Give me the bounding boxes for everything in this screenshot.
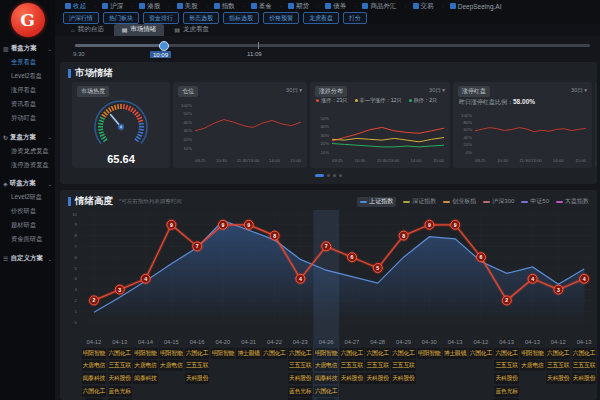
quick-button-1[interactable]: 热门板块 <box>103 12 139 24</box>
stock-item[interactable]: 闻泰科技 <box>314 373 338 384</box>
stock-item[interactable]: 天科股份 <box>391 373 415 384</box>
quick-button-2[interactable]: 资金排行 <box>143 12 179 24</box>
stock-item[interactable]: 六国化工 <box>288 348 312 359</box>
stock-item[interactable]: 博士眼镜 <box>236 348 260 359</box>
sidebar-item[interactable]: Level2看盘 <box>0 69 55 83</box>
stock-item[interactable]: 大唐电信 <box>314 360 338 371</box>
menu-item-6[interactable]: 期货 <box>276 2 313 11</box>
stock-item[interactable]: 三五互联 <box>288 360 312 371</box>
stock-item[interactable]: 三五互联 <box>494 360 518 371</box>
stock-item[interactable]: 三五互联 <box>546 360 570 371</box>
stock-item[interactable]: 博士眼镜 <box>443 348 467 359</box>
menu-item-3[interactable]: 美股 <box>164 2 201 11</box>
stock-item[interactable]: 闻泰科技 <box>82 373 106 384</box>
legend-item[interactable]: 上证指数 <box>357 197 396 207</box>
stock-item[interactable]: 天科股份 <box>572 373 596 384</box>
slider-handle[interactable] <box>159 41 169 51</box>
stock-item[interactable]: 六国化工 <box>546 348 570 359</box>
sidebar-item[interactable]: 全景看盘 <box>0 55 55 69</box>
stock-item[interactable]: 明阳智能 <box>417 348 441 359</box>
stock-item[interactable]: 明阳智能 <box>211 348 235 359</box>
stock-item[interactable]: 明阳智能 <box>159 348 183 359</box>
menu-item-7[interactable]: 债券 <box>313 2 350 11</box>
stock-item[interactable]: 六国化工 <box>340 348 364 359</box>
menu-item-10[interactable]: DeepSeeing.AI <box>438 3 506 10</box>
sidebar-section-header[interactable]: ◈研盘方案⌄ <box>0 177 55 190</box>
menu-item-8[interactable]: 商品外汇 <box>350 2 400 11</box>
stock-item[interactable]: 大唐电信 <box>520 360 544 371</box>
quick-button-3[interactable]: 形态选股 <box>183 12 219 24</box>
quick-button-7[interactable]: 打分 <box>343 12 367 24</box>
sidebar-item[interactable]: 涨停游资复盘 <box>0 158 55 172</box>
sidebar-item[interactable]: 资金面研盘 <box>0 233 55 247</box>
period-dropdown[interactable]: 30日 ▾ <box>571 87 587 94</box>
quick-button-6[interactable]: 龙虎看盘 <box>303 12 339 24</box>
menu-item-1[interactable]: 沪深 <box>90 2 127 11</box>
app-logo[interactable]: G <box>11 3 45 37</box>
stock-item[interactable]: 蓝色光标 <box>108 386 132 397</box>
stock-item[interactable]: 三五互联 <box>185 360 209 371</box>
menu-item-2[interactable]: 港股 <box>127 2 164 11</box>
sidebar-item[interactable]: 题材研盘 <box>0 219 55 233</box>
stock-item[interactable]: 蓝色光标 <box>494 386 518 397</box>
sidebar-item[interactable]: 游资龙虎复盘 <box>0 144 55 158</box>
period-dropdown[interactable]: 30日 ▾ <box>286 87 302 94</box>
sidebar-item[interactable]: 价投研盘 <box>0 205 55 219</box>
carousel-dot[interactable] <box>333 174 336 177</box>
legend-item[interactable]: 沪深300 <box>483 197 514 206</box>
stock-item[interactable]: 大唐电信 <box>133 360 157 371</box>
stock-item[interactable]: 六国化工 <box>365 348 389 359</box>
sidebar-section-header[interactable]: ☰自定义方案⌄ <box>0 252 55 265</box>
stock-item[interactable]: 天科股份 <box>340 373 364 384</box>
stock-item[interactable]: 六国化工 <box>262 348 286 359</box>
sidebar-item[interactable]: 涨停看盘 <box>0 83 55 97</box>
legend-item[interactable]: 创业板指 <box>443 197 476 206</box>
menu-item-9[interactable]: 交易 <box>400 2 437 11</box>
stock-item[interactable]: 三五互联 <box>572 360 596 371</box>
legend-item[interactable]: 大盘指数 <box>556 197 589 206</box>
stock-item[interactable]: 明阳智能 <box>314 348 338 359</box>
stock-item[interactable]: 三五互联 <box>340 360 364 371</box>
stock-item[interactable]: 六国化工 <box>572 348 596 359</box>
stock-item[interactable]: 六国化工 <box>108 348 132 359</box>
carousel-dot[interactable] <box>315 174 324 177</box>
stock-item[interactable]: 明阳智能 <box>82 348 106 359</box>
stock-item[interactable]: 大唐电信 <box>159 360 183 371</box>
carousel-dot[interactable] <box>339 174 342 177</box>
stock-item[interactable]: 闻泰科技 <box>133 373 157 384</box>
stock-item[interactable]: 三五互联 <box>108 360 132 371</box>
legend-item[interactable]: 中证50 <box>521 197 549 206</box>
stock-item[interactable]: 蓝色光标 <box>288 386 312 397</box>
stock-item[interactable]: 三五互联 <box>365 360 389 371</box>
legend-item[interactable]: 深证指数 <box>403 197 436 206</box>
stock-item[interactable]: 六国化工 <box>494 348 518 359</box>
carousel-dot[interactable] <box>327 174 330 177</box>
tab-1[interactable]: ▤市场情绪 <box>114 24 165 37</box>
stock-item[interactable]: 天科股份 <box>108 373 132 384</box>
stock-item[interactable]: 天科股份 <box>494 373 518 384</box>
stock-item[interactable]: 天科股份 <box>365 373 389 384</box>
tab-2[interactable]: ▤龙虎看盘 <box>166 24 217 37</box>
stock-item[interactable]: 天科股份 <box>185 373 209 384</box>
quick-button-0[interactable]: 沪深行情 <box>63 12 99 24</box>
stock-item[interactable]: 明阳智能 <box>520 348 544 359</box>
quick-button-4[interactable]: 指标选股 <box>223 12 259 24</box>
menu-item-4[interactable]: 指数 <box>202 2 239 11</box>
sidebar-item[interactable]: Level2研盘 <box>0 190 55 204</box>
sidebar-section-header[interactable]: ▥看盘方案⌄ <box>0 42 55 55</box>
stock-item[interactable]: 三五互联 <box>391 360 415 371</box>
tab-0[interactable]: ⌂我的自选 <box>63 24 112 37</box>
quick-button-5[interactable]: 价格预警 <box>263 12 299 24</box>
stock-item[interactable]: 天科股份 <box>546 373 570 384</box>
stock-item[interactable]: 六国化工 <box>185 348 209 359</box>
sidebar-section-header[interactable]: ↻复盘方案⌄ <box>0 131 55 144</box>
stock-item[interactable]: 六国化工 <box>314 386 338 397</box>
stock-item[interactable]: 六国化工 <box>82 386 106 397</box>
stock-item[interactable]: 六国化工 <box>391 348 415 359</box>
sidebar-item[interactable]: 资讯看盘 <box>0 98 55 112</box>
stock-item[interactable]: 明阳智能 <box>133 348 157 359</box>
menu-item-0[interactable]: 收起 <box>61 2 90 11</box>
stock-item[interactable]: 大唐电信 <box>82 360 106 371</box>
stock-item[interactable]: 六国化工 <box>469 348 493 359</box>
stock-item[interactable]: 天科股份 <box>288 373 312 384</box>
